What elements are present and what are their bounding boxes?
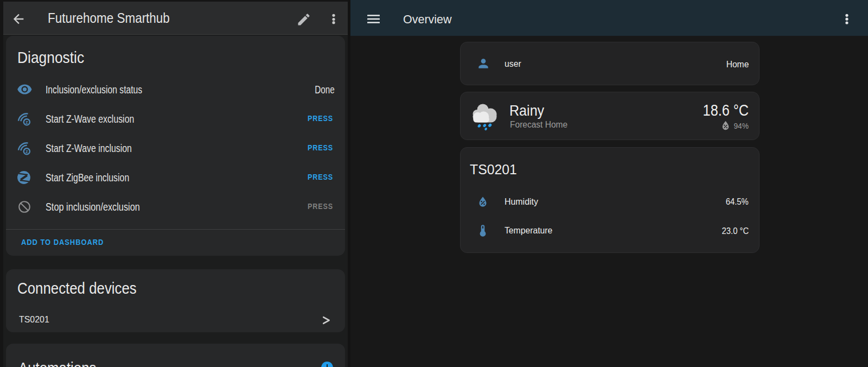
svg-text:z: z — [25, 148, 28, 154]
svg-text:z: z — [25, 119, 28, 125]
